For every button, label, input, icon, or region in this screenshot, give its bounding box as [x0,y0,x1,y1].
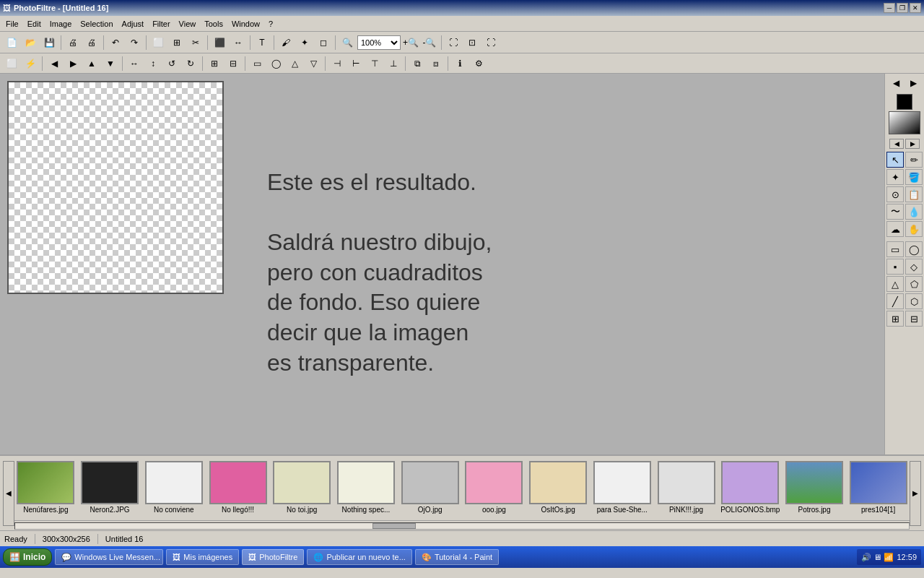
circle-sel-button[interactable]: ◯ [267,56,284,72]
taskbar-item-publish[interactable]: 🌐 Publicar un nuevo te... [307,549,411,565]
flip-h-button[interactable]: ↔ [126,56,143,72]
menu-view[interactable]: View [175,18,201,30]
start-button[interactable]: 🪟 Inicio [3,548,52,566]
fit-button[interactable]: ⛶ [445,35,462,51]
resize-button[interactable]: ↔ [230,35,247,51]
menu-tools[interactable]: Tools [200,18,227,30]
lasso-tool[interactable]: ⊙ [886,186,904,202]
eyedropper-tool[interactable]: 💧 [905,204,923,220]
filmstrip-item[interactable]: OjO.jpg [398,461,461,514]
spray-button[interactable]: ✦ [296,35,313,51]
rp-right-arrow[interactable]: ▶ [906,77,920,90]
redo-button[interactable]: ↷ [126,35,143,51]
menu-edit[interactable]: Edit [23,18,45,30]
split-button[interactable]: ⊣ [328,56,346,72]
filmstrip-scrollbar[interactable] [14,520,910,530]
zoom-in-btn[interactable]: 🔍 [339,35,356,51]
smudge-tool[interactable]: ☁ [886,221,904,237]
menu-help[interactable]: ? [264,18,277,30]
pen-tool[interactable]: ✏ [905,152,923,168]
menu-image[interactable]: Image [45,18,77,30]
image-canvas[interactable] [7,81,224,294]
filmstrip-item[interactable]: OsItOs.jpg [527,461,590,514]
menu-selection[interactable]: Selection [76,18,117,30]
hscroll-track[interactable] [14,522,910,530]
grid2-tool[interactable]: ⊟ [905,311,923,327]
move-left-button[interactable]: ◀ [45,56,63,72]
rect-sel-button[interactable]: ▭ [248,56,266,72]
filmstrip-item[interactable]: pres104[1] [847,461,910,514]
move-right-button[interactable]: ▶ [64,56,82,72]
crop-button[interactable]: ✂ [187,35,204,51]
layer2-button[interactable]: ⧈ [427,56,445,72]
move-up-button[interactable]: ▲ [83,56,100,72]
fullscreen-button[interactable]: ⛶ [482,35,500,51]
select-auto-button[interactable]: ⚡ [22,56,39,72]
filmstrip-item[interactable]: ooo.jpg [463,461,526,514]
filmstrip-item[interactable]: PiNK!!!.jpg [655,461,718,514]
curve-tool[interactable]: 〜 [886,204,904,220]
expand-button[interactable]: ⊤ [366,56,383,72]
rp-scroll-right[interactable]: ▶ [905,139,920,149]
filmstrip-item[interactable]: Nenúfares.jpg [14,461,77,514]
move-down-button[interactable]: ▼ [102,56,119,72]
filmstrip-item[interactable]: No toi.jpg [271,461,334,514]
menu-adjust[interactable]: Adjust [118,18,149,30]
open-button[interactable]: 📂 [22,35,39,51]
triangle-tool[interactable]: △ [886,276,904,292]
zoom-in-button[interactable]: +🔍 [402,35,419,51]
bucket-tool[interactable]: 🪣 [905,169,923,185]
rotate-cw-button[interactable]: ↻ [182,56,199,72]
magic-wand-tool[interactable]: ✦ [886,169,904,185]
brush-button[interactable]: 🖌 [277,35,295,51]
select-tool[interactable]: ↖ [886,152,904,168]
stamp-tool[interactable]: 📋 [905,186,923,202]
restore-button[interactable]: ❐ [897,3,908,13]
filmstrip-item[interactable]: POLIGONOS.bmp [719,461,782,514]
layer-button[interactable]: ⧉ [409,56,426,72]
canvas-area[interactable]: Este es el resultado. Saldrá nuestro dib… [0,74,884,454]
grid2-button[interactable]: ⊟ [225,56,242,72]
filmstrip-left-arrow[interactable]: ◀ [3,461,14,526]
zoom-select[interactable]: 100% 25% 50% 75% 150% 200% 400% [357,35,401,50]
paste-button[interactable]: ⊞ [168,35,186,51]
rp-scroll-left[interactable]: ◀ [889,139,904,149]
titlebar-controls[interactable]: ─ ❐ ✕ [884,3,921,13]
taskbar-item-messenger[interactable]: 💬 Windows Live Messen... [55,549,163,565]
taskbar-item-photofiltre[interactable]: 🖼 PhotoFiltre [242,549,304,565]
grid-tool[interactable]: ⊞ [886,311,904,327]
custom-shape-tool[interactable]: ⬠ [905,276,923,292]
rotate-ccw-button[interactable]: ↺ [163,56,180,72]
rect-fill-tool[interactable]: ▪ [886,259,904,275]
menu-window[interactable]: Window [227,18,264,30]
filmstrip-item[interactable]: Nothing spec... [335,461,398,514]
line-tool[interactable]: ╱ [886,293,904,309]
print2-button[interactable]: 🖨 [83,35,100,51]
polygon-tool[interactable]: ⬡ [905,293,923,309]
zoom-out-button[interactable]: -🔍 [421,35,438,51]
save-button[interactable]: 💾 [40,35,58,51]
filmstrip-item[interactable]: No conviene [142,461,205,514]
merge-button[interactable]: ⊢ [347,56,365,72]
minimize-button[interactable]: ─ [884,3,895,13]
settings-button[interactable]: ⚙ [470,56,487,72]
eraser-button[interactable]: ◻ [315,35,332,51]
taskbar-item-paint[interactable]: 🎨 Tutorial 4 - Paint [415,549,499,565]
rp-left-arrow[interactable]: ◀ [889,77,903,90]
copy-button[interactable]: ⬜ [149,35,167,51]
hscroll-thumb[interactable] [372,523,416,529]
filmstrip-item[interactable]: No llegó!!! [206,461,269,514]
tri2-sel-button[interactable]: ▽ [305,56,322,72]
actual-size-button[interactable]: ⊡ [463,35,481,51]
filmstrip-item[interactable]: para Sue-She... [590,461,653,514]
circle-shape-tool[interactable]: ◯ [905,241,923,257]
taskbar-item-images[interactable]: 🖼 Mis imágenes [166,549,239,565]
filmstrip-item[interactable]: Neron2.JPG [79,461,141,514]
info-button[interactable]: ℹ [451,56,468,72]
filmstrip-right-arrow[interactable]: ▶ [910,461,921,526]
new-button[interactable]: 📄 [3,35,20,51]
foreground-color[interactable] [897,94,912,110]
diamond-tool[interactable]: ◇ [905,259,923,275]
flip-v-button[interactable]: ↕ [144,56,162,72]
grid-button[interactable]: ⊞ [206,56,223,72]
